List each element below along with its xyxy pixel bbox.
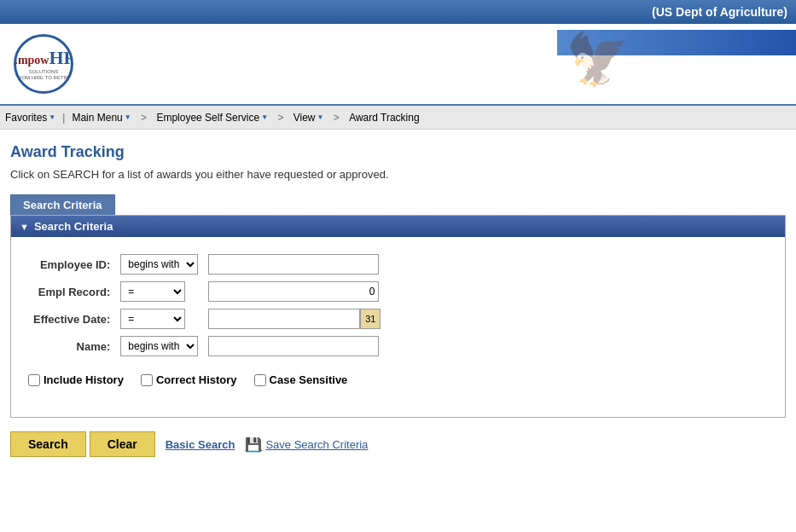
calendar-icon: 31	[365, 314, 375, 324]
include-history-checkbox-item[interactable]: Include History	[28, 373, 124, 386]
effective-date-value-cell: 31	[203, 305, 386, 332]
save-icon: 💾	[245, 437, 262, 453]
empl-record-operator-cell: = not = > >= < <= between	[115, 278, 203, 305]
logo-circle: Empow HR SOLUTIONS FROM HIRE TO RETIRE	[14, 34, 73, 94]
logo-empow-text: Empow	[14, 54, 49, 67]
correct-history-label: Correct History	[156, 373, 237, 386]
name-row: Name: begins with contains = not = ends …	[28, 332, 386, 360]
logo-top-row: Empow HR	[14, 47, 73, 69]
header-area: Empow HR SOLUTIONS FROM HIRE TO RETIRE 🦅	[0, 24, 796, 106]
nav-view[interactable]: View ▼	[288, 106, 329, 129]
header-right: 🦅	[557, 30, 796, 98]
nav-employee-self-service[interactable]: Employee Self Service ▼	[151, 106, 273, 129]
employee-id-value-cell	[203, 251, 386, 278]
name-label: Name:	[28, 332, 115, 360]
save-search-button[interactable]: 💾 Save Search Criteria	[245, 437, 368, 453]
top-banner: (US Dept of Agriculture)	[0, 0, 796, 24]
effective-date-input[interactable]	[208, 309, 360, 329]
basic-search-button[interactable]: Basic Search	[159, 438, 242, 451]
date-input-container: 31	[208, 309, 381, 329]
employee-id-operator-select[interactable]: begins with contains = not = ends with	[120, 254, 198, 275]
search-panel-body: Employee ID: begins with contains = not …	[11, 237, 785, 417]
nav-sep2: >	[137, 112, 152, 124]
page-title: Award Tracking	[10, 143, 786, 161]
correct-history-checkbox-item[interactable]: Correct History	[141, 373, 237, 386]
nav-sep4: >	[328, 112, 344, 124]
name-operator-select[interactable]: begins with contains = not = ends with	[120, 336, 198, 356]
nav-sep1: |	[61, 112, 67, 124]
employee-id-label: Employee ID:	[28, 251, 115, 278]
page-description: Click on SEARCH for a list of awards you…	[10, 168, 786, 181]
case-sensitive-checkbox[interactable]	[254, 374, 266, 386]
effective-date-label: Effective Date:	[28, 305, 115, 332]
favorites-dropdown-arrow: ▼	[49, 113, 55, 121]
name-input[interactable]	[208, 336, 379, 356]
search-panel-title: Search Criteria	[34, 220, 113, 233]
effective-date-operator-select[interactable]: = not = > >= < <= between	[120, 309, 185, 329]
employee-id-row: Employee ID: begins with contains = not …	[28, 251, 386, 278]
ess-dropdown-arrow: ▼	[261, 113, 268, 121]
nav-favorites[interactable]: Favorites ▼	[0, 106, 61, 129]
main-menu-dropdown-arrow: ▼	[125, 113, 131, 121]
nav-bar: Favorites ▼ | Main Menu ▼ > Employee Sel…	[0, 106, 796, 130]
case-sensitive-label: Case Sensitive	[270, 373, 348, 386]
empl-record-row: Empl Record: = not = > >= < <= between	[28, 278, 386, 305]
case-sensitive-checkbox-item[interactable]: Case Sensitive	[254, 373, 348, 386]
search-panel: ▼ Search Criteria Employee ID: begins wi…	[10, 215, 786, 418]
checkboxes-row: Include History Correct History Case Sen…	[28, 373, 768, 386]
panel-collapse-arrow: ▼	[20, 222, 29, 232]
empl-record-operator-select[interactable]: = not = > >= < <= between	[120, 281, 185, 302]
logo-hr-text: HR	[49, 47, 73, 69]
tab-container: Search Criteria	[10, 194, 786, 215]
nav-main-menu[interactable]: Main Menu ▼	[67, 106, 136, 129]
search-criteria-tab[interactable]: Search Criteria	[10, 194, 115, 215]
save-search-label: Save Search Criteria	[265, 438, 368, 451]
name-value-cell	[203, 332, 386, 360]
effective-date-operator-cell: = not = > >= < <= between	[115, 305, 203, 332]
effective-date-row: Effective Date: = not = > >= < <= betwee…	[28, 305, 386, 332]
org-name: (US Dept of Agriculture)	[652, 5, 787, 19]
nav-award-tracking[interactable]: Award Tracking	[344, 106, 424, 129]
search-button[interactable]: Search	[10, 431, 86, 457]
bottom-buttons: Search Clear Basic Search 💾 Save Search …	[10, 431, 786, 457]
employee-id-operator-cell: begins with contains = not = ends with	[115, 251, 203, 278]
employee-id-input[interactable]	[208, 254, 379, 275]
search-panel-header: ▼ Search Criteria	[11, 216, 785, 237]
nav-sep3: >	[273, 112, 288, 124]
include-history-checkbox[interactable]	[28, 374, 40, 386]
header-decoration: 🦅	[557, 30, 796, 98]
logo-sub-text: SOLUTIONS FROM HIRE TO RETIRE	[15, 69, 72, 81]
clear-button[interactable]: Clear	[90, 431, 155, 457]
name-operator-cell: begins with contains = not = ends with	[115, 332, 203, 360]
logo-area: Empow HR SOLUTIONS FROM HIRE TO RETIRE	[0, 27, 87, 101]
empl-record-value-cell	[203, 278, 386, 305]
view-dropdown-arrow: ▼	[317, 113, 324, 121]
empl-record-input[interactable]	[208, 281, 379, 302]
include-history-label: Include History	[44, 373, 124, 386]
search-form-table: Employee ID: begins with contains = not …	[28, 251, 386, 360]
calendar-button[interactable]: 31	[360, 309, 381, 329]
correct-history-checkbox[interactable]	[141, 374, 153, 386]
logo-inner: Empow HR SOLUTIONS FROM HIRE TO RETIRE	[14, 47, 73, 81]
eagle-decoration: 🦅	[566, 34, 630, 85]
main-content: Award Tracking Click on SEARCH for a lis…	[0, 130, 796, 471]
empl-record-label: Empl Record:	[28, 278, 115, 305]
